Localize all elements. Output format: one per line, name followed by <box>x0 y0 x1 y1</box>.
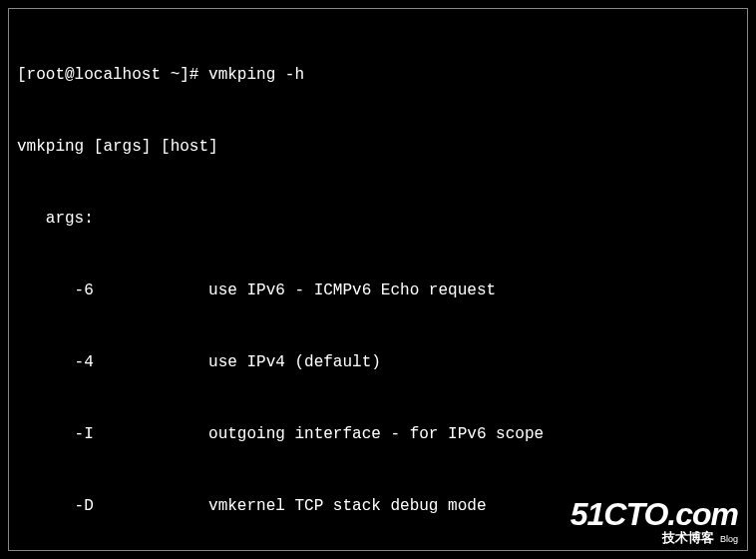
args-header: args: <box>17 207 739 231</box>
option-flag: -6 <box>17 281 208 299</box>
option-desc: use IPv4 (default) <box>208 353 381 371</box>
option-flag: -D <box>17 497 208 515</box>
command-text: vmkping -h <box>208 66 304 84</box>
option-desc: vmkernel TCP stack debug mode <box>208 497 486 515</box>
option-line: -I outgoing interface - for IPv6 scope <box>17 422 739 446</box>
option-line: -4 use IPv4 (default) <box>17 350 739 374</box>
option-flag: -4 <box>17 353 208 371</box>
option-desc: use IPv6 - ICMPv6 Echo request <box>208 281 496 299</box>
usage-line: vmkping [args] [host] <box>17 135 739 159</box>
option-desc: outgoing interface - for IPv6 scope <box>208 425 544 443</box>
option-line: -6 use IPv6 - ICMPv6 Echo request <box>17 279 739 302</box>
watermark: 51CTO.com 技术博客Blog <box>570 496 738 547</box>
option-flag: -I <box>17 425 208 443</box>
prompt-line-1: [root@localhost ~]# vmkping -h <box>17 63 739 87</box>
terminal-window[interactable]: [root@localhost ~]# vmkping -h vmkping [… <box>8 8 748 551</box>
shell-prompt: [root@localhost ~]# <box>17 66 208 84</box>
watermark-main: 51CTO.com <box>570 496 738 533</box>
